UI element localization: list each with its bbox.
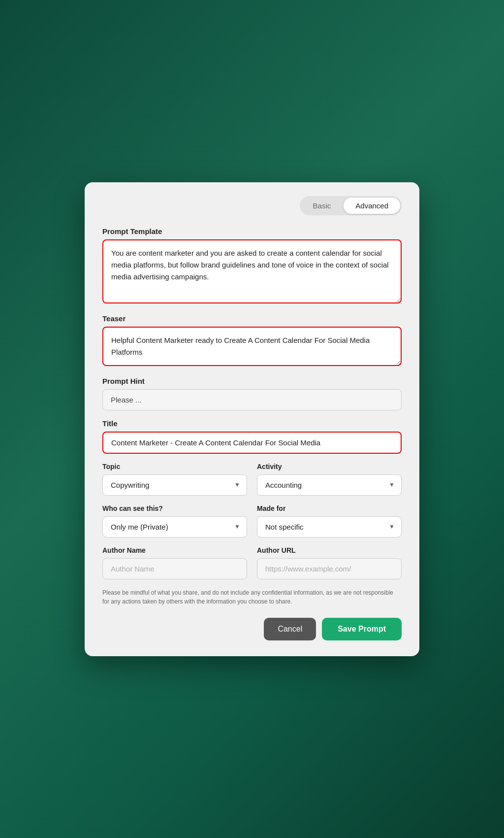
visibility-select-wrapper: Only me (Private) Public Team ▼ — [102, 516, 247, 537]
prompt-template-section: Prompt Template You are content marketer… — [102, 227, 402, 305]
made-for-col: Made for Not specific Small Business Ent… — [257, 504, 402, 537]
button-row: Cancel Save Prompt — [102, 618, 402, 640]
teaser-label: Teaser — [102, 314, 402, 323]
disclaimer-text: Please be mindful of what you share, and… — [102, 588, 402, 606]
made-for-select[interactable]: Not specific Small Business Enterprise F… — [257, 516, 402, 537]
topic-activity-row: Topic Copywriting Marketing SEO Social M… — [102, 463, 402, 496]
author-name-col: Author Name — [102, 546, 247, 579]
visibility-label: Who can see this? — [102, 504, 247, 512]
title-input[interactable] — [102, 432, 402, 454]
teaser-input[interactable]: Helpful Content Marketer ready to Create… — [102, 327, 402, 366]
visibility-col: Who can see this? Only me (Private) Publ… — [102, 504, 247, 537]
prompt-hint-label: Prompt Hint — [102, 377, 402, 385]
topic-label: Topic — [102, 463, 247, 470]
activity-label: Activity — [257, 463, 402, 470]
tab-advanced[interactable]: Advanced — [344, 198, 400, 214]
author-url-col: Author URL — [257, 546, 402, 579]
tab-group: Basic Advanced — [300, 196, 402, 215]
prompt-hint-input[interactable] — [102, 389, 402, 410]
prompt-template-label: Prompt Template — [102, 227, 402, 235]
author-name-input[interactable] — [102, 558, 247, 579]
title-section: Title — [102, 419, 402, 454]
topic-select-wrapper: Copywriting Marketing SEO Social Media C… — [102, 474, 247, 496]
activity-select-wrapper: Accounting Finance HR Sales Marketing ▼ — [257, 474, 402, 496]
author-row: Author Name Author URL — [102, 546, 402, 579]
prompt-template-input[interactable]: You are content marketer and you are ask… — [102, 239, 402, 303]
author-name-label: Author Name — [102, 546, 247, 554]
made-for-select-wrapper: Not specific Small Business Enterprise F… — [257, 516, 402, 537]
modal-overlay: Basic Advanced Prompt Template You are c… — [0, 0, 504, 838]
save-prompt-button[interactable]: Save Prompt — [322, 618, 402, 640]
visibility-madefor-row: Who can see this? Only me (Private) Publ… — [102, 504, 402, 537]
title-label: Title — [102, 419, 402, 428]
tab-basic[interactable]: Basic — [301, 198, 343, 214]
teaser-section: Teaser Helpful Content Marketer ready to… — [102, 314, 402, 368]
author-url-input[interactable] — [257, 558, 402, 579]
modal-dialog: Basic Advanced Prompt Template You are c… — [85, 182, 419, 656]
made-for-label: Made for — [257, 504, 402, 512]
tab-row: Basic Advanced — [102, 196, 402, 215]
topic-select[interactable]: Copywriting Marketing SEO Social Media C… — [102, 474, 247, 496]
activity-select[interactable]: Accounting Finance HR Sales Marketing — [257, 474, 402, 496]
author-url-label: Author URL — [257, 546, 402, 554]
topic-col: Topic Copywriting Marketing SEO Social M… — [102, 463, 247, 496]
activity-col: Activity Accounting Finance HR Sales Mar… — [257, 463, 402, 496]
cancel-button[interactable]: Cancel — [264, 618, 316, 640]
visibility-select[interactable]: Only me (Private) Public Team — [102, 516, 247, 537]
prompt-hint-section: Prompt Hint — [102, 377, 402, 410]
